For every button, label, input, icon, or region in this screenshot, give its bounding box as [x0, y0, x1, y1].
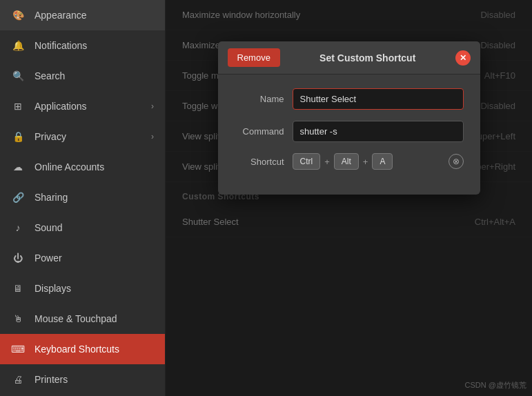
remove-button[interactable]: Remove	[228, 48, 280, 67]
dialog-overlay: Remove Set Custom Shortcut ✕ Name Comman…	[166, 0, 532, 396]
key-plus-separator: +	[324, 157, 330, 167]
search-icon: 🔍	[11, 69, 25, 83]
notifications-icon: 🔔	[11, 39, 25, 52]
sidebar-item-sharing[interactable]: 🔗Sharing	[0, 182, 165, 212]
shortcut-field: Shortcut Ctrl+Alt+A ⊗	[235, 153, 464, 170]
shortcut-clear-button[interactable]: ⊗	[449, 154, 464, 169]
sidebar-item-label: Applications	[35, 101, 87, 112]
sidebar-item-applications[interactable]: ⊞Applications›	[0, 91, 165, 121]
sidebar-item-label: Notifications	[35, 40, 87, 51]
sidebar-item-label: Keyboard Shortcuts	[35, 344, 119, 355]
privacy-icon: 🔒	[11, 130, 25, 143]
sidebar-item-label: Mouse & Touchpad	[35, 313, 117, 324]
sidebar-item-label: Online Accounts	[35, 161, 104, 172]
sidebar-item-label: Search	[35, 70, 65, 81]
sidebar-item-keyboard-shortcuts[interactable]: ⌨Keyboard Shortcuts	[0, 334, 165, 364]
appearance-icon: 🎨	[11, 8, 25, 22]
sidebar-item-sound[interactable]: ♪Sound	[0, 212, 165, 243]
sidebar-item-notifications[interactable]: 🔔Notifications	[0, 30, 165, 61]
online-accounts-icon: ☁	[11, 160, 25, 174]
sidebar-item-privacy[interactable]: 🔒Privacy›	[0, 121, 165, 152]
name-label: Name	[235, 94, 284, 104]
name-input[interactable]	[293, 88, 464, 110]
chevron-right-icon: ›	[151, 101, 154, 111]
sidebar-item-mouse-touchpad[interactable]: 🖱Mouse & Touchpad	[0, 304, 165, 334]
custom-shortcut-dialog: Remove Set Custom Shortcut ✕ Name Comman…	[218, 41, 480, 195]
sidebar-item-label: Sharing	[35, 192, 68, 203]
name-field: Name	[235, 88, 464, 110]
sidebar-item-displays[interactable]: 🖥Displays	[0, 273, 165, 304]
sidebar-item-power[interactable]: ⏻Power	[0, 243, 165, 273]
chevron-right-icon: ›	[151, 132, 154, 141]
sidebar: 🎨Appearance🔔Notifications🔍Search⊞Applica…	[0, 0, 166, 396]
key-badge-a: A	[372, 153, 393, 170]
sidebar-item-label: Appearance	[35, 10, 87, 21]
key-badge-alt: Alt	[334, 153, 359, 170]
command-field: Command	[235, 121, 464, 142]
key-plus-separator: +	[363, 157, 368, 167]
dialog-titlebar: Remove Set Custom Shortcut ✕	[218, 41, 480, 75]
sharing-icon: 🔗	[11, 190, 25, 204]
sidebar-item-search[interactable]: 🔍Search	[0, 61, 165, 91]
power-icon: ⏻	[11, 251, 25, 265]
dialog-title: Set Custom Shortcut	[280, 52, 455, 63]
key-badge-ctrl: Ctrl	[293, 153, 321, 170]
sidebar-item-label: Privacy	[35, 131, 66, 142]
shortcut-keys-container: Ctrl+Alt+A	[293, 153, 440, 170]
main-content: Maximize window horizontallyDisabledMaxi…	[166, 0, 532, 396]
sidebar-item-label: Sound	[35, 222, 62, 233]
sidebar-item-label: Printers	[35, 374, 68, 385]
command-label: Command	[235, 126, 284, 137]
keyboard-icon: ⌨	[11, 342, 25, 356]
displays-icon: 🖥	[11, 281, 25, 295]
sidebar-item-label: Power	[35, 253, 62, 264]
sidebar-item-label: Displays	[35, 283, 71, 294]
sound-icon: ♪	[11, 221, 25, 235]
sidebar-item-printers[interactable]: 🖨Printers	[0, 364, 165, 395]
dialog-body: Name Command Shortcut Ctrl+Alt+A ⊗	[218, 75, 480, 195]
sidebar-item-online-accounts[interactable]: ☁Online Accounts	[0, 152, 165, 182]
sidebar-item-appearance[interactable]: 🎨Appearance	[0, 0, 165, 30]
dialog-close-button[interactable]: ✕	[455, 50, 471, 66]
command-input[interactable]	[293, 121, 464, 142]
shortcut-label: Shortcut	[235, 157, 284, 167]
mouse-icon: 🖱	[11, 312, 25, 326]
applications-icon: ⊞	[11, 99, 25, 113]
printers-icon: 🖨	[11, 373, 25, 386]
watermark: CSDN @虚竹镜荒	[465, 380, 526, 390]
